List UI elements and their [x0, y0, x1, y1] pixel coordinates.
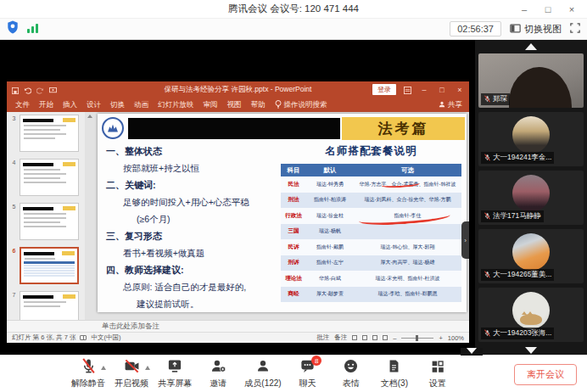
scroll-down-arrow-icon[interactable]: [525, 347, 537, 354]
scroll-up-arrow-icon[interactable]: [525, 43, 537, 50]
mic-muted-icon: [484, 95, 491, 104]
documents-button[interactable]: 文档(3): [377, 359, 411, 389]
mic-muted-icon: [484, 212, 491, 221]
panel-expand-handle[interactable]: ›: [461, 221, 469, 259]
cell: 瑞达-刘凤科、众合-徐光华、华旭-方鹏: [354, 193, 461, 209]
slide-thumbnail-4: 4: [8, 159, 85, 196]
button-label: 共享屏幕: [158, 378, 192, 389]
tab-slideshow: 幻灯片放映: [158, 100, 194, 110]
members-button[interactable]: 成员(122): [244, 359, 281, 389]
quick-access-toolbar: [12, 82, 57, 98]
cell: 瑞达-徐金桂: [306, 208, 354, 224]
network-signal-icon[interactable]: [27, 21, 38, 36]
avatar: [512, 116, 550, 154]
tab-design: 设计: [87, 100, 101, 110]
participant-nametag: 大一194241李金...: [481, 152, 554, 164]
tab-insert: 插入: [63, 100, 77, 110]
start-video-button[interactable]: 开启视频: [115, 359, 148, 389]
share-label: 共享: [448, 100, 462, 110]
maximize-button[interactable]: □: [536, 0, 560, 19]
emoji-button[interactable]: 表情: [334, 359, 368, 389]
security-shield-icon[interactable]: [7, 20, 19, 37]
outline-line: 看书+看视频+做真题: [123, 244, 279, 261]
cell: 刑诉: [281, 255, 306, 272]
participant-tile[interactable]: 郑琛: [478, 53, 584, 108]
participant-tile[interactable]: 大一194241李金...: [478, 112, 584, 166]
button-label: 解除静音: [71, 378, 105, 389]
powerpoint-workspace: 3 4: [7, 112, 469, 320]
close-button[interactable]: ×: [560, 0, 584, 19]
table-row: 民法瑞达-钟秀勇华旭-方志平、众合-孟宪贵、指南针-韩祥波: [281, 176, 461, 193]
button-label: 文档(3): [381, 378, 408, 389]
chevron-up-icon[interactable]: [145, 366, 150, 370]
outline-heading: 四、教师选择建议:: [106, 261, 279, 278]
settings-button[interactable]: 设置: [421, 359, 455, 389]
zoom-level: 100%: [448, 334, 464, 342]
participant-tile[interactable]: 大一194265董美...: [478, 229, 584, 283]
mic-muted-icon: [484, 271, 491, 280]
table-title: 名师搭配套餐说明: [281, 144, 461, 159]
scroll-up-icon: [87, 115, 92, 118]
col-header: 科目: [281, 164, 306, 176]
participant-tile[interactable]: 法学171马静静: [478, 171, 584, 225]
participant-name: 大一194265董美...: [493, 270, 551, 280]
layout-icon: [510, 24, 521, 35]
avatar: [512, 292, 550, 329]
document-icon: [387, 358, 401, 378]
save-icon: [12, 82, 19, 98]
settings-grid-icon: [430, 359, 445, 378]
video-silhouette: [509, 67, 572, 108]
cell: 指南针-戴鹏: [306, 239, 354, 255]
slide-outline: 一、整体状态 按部就班+持之以恒 二、关键词: 足够的时间投入+用心+心态平稳 …: [103, 143, 279, 312]
ppt-restore-button: □: [437, 86, 447, 94]
leave-meeting-button[interactable]: 离开会议: [514, 364, 577, 385]
chat-button[interactable]: 8 聊天: [291, 359, 325, 389]
slide-thumbnail-7: 7: [8, 291, 85, 320]
unmute-button[interactable]: 解除静音: [71, 359, 105, 389]
participant-tile[interactable]: 大一194203张海...: [478, 288, 584, 342]
cell: 华旭-白斌: [306, 271, 354, 287]
slide-editor-area: 法考篇 一、整体状态 按部就班+持之以恒 二、关键词: 足够的时间投入+用心+心…: [95, 112, 469, 320]
cell: 三国: [281, 224, 306, 240]
thumbnail-preview: [20, 291, 79, 320]
tab-help: 帮助: [251, 100, 266, 110]
sorter-view-icon: [362, 335, 367, 340]
sidebar-collapse-handle[interactable]: [461, 348, 483, 356]
share-screen-button[interactable]: 共享屏幕: [158, 359, 192, 389]
tell-me-search: 操作说明搜索: [275, 100, 327, 110]
slide-thumbnail-6-selected: 6: [8, 247, 85, 284]
thumbnail-preview: [20, 115, 79, 152]
thumbnail-preview: [20, 247, 79, 284]
outline-line: 足够的时间投入+用心+心态平稳: [123, 193, 279, 210]
invite-button[interactable]: 邀请: [201, 359, 235, 389]
cell: 厚大-向高甲、瑞达-杨雄: [354, 255, 461, 272]
table-row: 刑诉指南针-左宁厚大-向高甲、瑞达-杨雄: [281, 255, 461, 272]
cell: 瑞达-杨帆: [306, 224, 354, 240]
powerpoint-statusbar: 幻灯片 第 6 张, 共 7 张 中文(中国) 批注 备注 – + 100%: [7, 332, 469, 343]
comments-toggle: 批注: [316, 333, 329, 342]
mic-muted-icon: [81, 358, 97, 378]
table-row: 三国瑞达-杨帆: [281, 224, 461, 240]
tab-animations: 动画: [134, 100, 148, 110]
fullscreen-icon[interactable]: [570, 21, 580, 36]
powerpoint-window: 保研与法考经验分享 许园秋.pptx - PowerPoint 登录 – □ ×…: [7, 81, 469, 343]
person-icon: [439, 101, 445, 109]
button-label: 聊天: [299, 378, 316, 389]
invite-person-icon: [210, 358, 226, 378]
meeting-stage: 保研与法考经验分享 许园秋.pptx - PowerPoint 登录 – □ ×…: [0, 40, 587, 355]
participant-nametag: 郑琛: [481, 93, 510, 105]
participant-name: 郑琛: [493, 94, 507, 104]
switch-view-button[interactable]: 切换视图: [510, 23, 562, 36]
chevron-up-icon[interactable]: [101, 366, 106, 370]
slide-thumbnail-panel: 3 4: [7, 112, 85, 320]
minimize-button[interactable]: –: [512, 0, 536, 19]
outline-line: 总原则: 适合自己的才是最好的,: [123, 278, 279, 295]
notes-toggle: 备注: [334, 333, 347, 342]
cell: [354, 224, 461, 240]
chat-unread-badge: 8: [311, 356, 321, 366]
ppt-close-button: ×: [455, 86, 465, 94]
table-row: 商经厚大-鄢梦萱瑞达-李晗、指南针-郄鹏恩: [281, 287, 461, 303]
meeting-title: 腾讯会议 会议号: 120 471 444: [0, 3, 587, 15]
thumbnail-preview: [20, 203, 79, 240]
participant-nametag: 大一194203张海...: [481, 328, 554, 339]
